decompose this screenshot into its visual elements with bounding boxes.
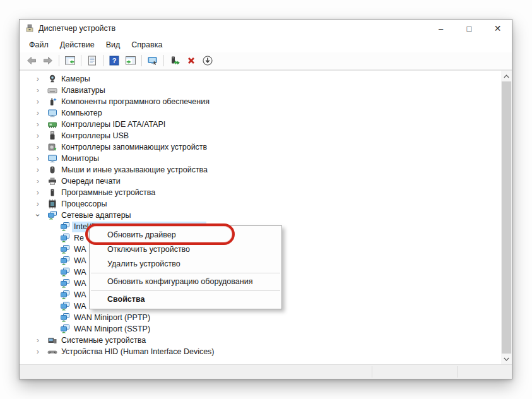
tree-item[interactable]: ›Мыши и иные указывающие устройства (20, 164, 501, 176)
window-title: Диспетчер устройств (38, 24, 115, 33)
context-menu-item-update-driver[interactable]: Обновить драйвер (90, 228, 281, 242)
close-button[interactable]: ✕ (483, 20, 512, 37)
monitor-icon (47, 153, 57, 164)
tree-item[interactable]: ›Контроллеры IDE ATA/ATAPI (20, 119, 501, 130)
toolbar-separator (103, 55, 103, 66)
tree-item[interactable]: ›Процессоры (20, 198, 501, 210)
context-menu-item-scan-hardware[interactable]: Обновить конфигурацию оборудования (90, 275, 281, 289)
tree-item[interactable]: ›Программные устройства (20, 187, 501, 198)
mouse-icon (47, 165, 57, 175)
chevron-collapsed-icon[interactable]: › (33, 130, 42, 141)
chevron-expanded-icon[interactable]: › (32, 211, 44, 220)
context-menu-item-uninstall-device[interactable]: Удалить устройство (90, 257, 281, 271)
chevron-collapsed-icon[interactable]: › (33, 198, 42, 210)
properties-icon[interactable] (84, 53, 100, 68)
chevron-collapsed-icon[interactable]: › (33, 85, 42, 96)
menu-action[interactable]: Действие (54, 39, 100, 51)
tree-item-label: WA (72, 290, 88, 301)
tree-item[interactable]: ›Клавиатуры (20, 85, 501, 96)
device-manager-window: Диспетчер устройств – □ ✕ ФайлДействиеВи… (19, 19, 512, 379)
tree-item[interactable]: ›Компоненты программного обеспечения (20, 96, 501, 107)
chevron-collapsed-icon[interactable]: › (33, 153, 42, 164)
usb-icon (47, 131, 57, 141)
tree-item[interactable]: ›Сетевые адаптеры (20, 210, 501, 221)
system-device-icon (47, 335, 57, 345)
chevron-collapsed-icon[interactable]: › (33, 164, 42, 176)
computer-icon (47, 108, 57, 118)
chevron-collapsed-icon[interactable]: › (33, 187, 42, 198)
tree-item[interactable]: WAN Miniport (PPTP) (20, 312, 501, 323)
tree-item[interactable]: ›Компьютер (20, 107, 501, 119)
tree-item-label: WA (72, 278, 88, 289)
network-adapter-icon (60, 256, 70, 266)
tree-item-label: Процессоры (59, 199, 109, 210)
uninstall-device-icon[interactable] (183, 53, 199, 68)
tree-item[interactable]: ›Контроллеры запоминающих устройств (20, 141, 501, 153)
network-adapter-icon (60, 233, 70, 243)
network-adapter-icon (60, 301, 70, 311)
context-menu: Обновить драйверОтключить устройствоУдал… (89, 225, 282, 309)
device-manager-app-icon (25, 23, 35, 33)
ide-controller-icon (47, 119, 57, 129)
maximize-button[interactable]: □ (455, 20, 483, 37)
software-device-icon (47, 188, 57, 198)
toolbar-separator (59, 55, 59, 66)
chevron-collapsed-icon[interactable]: › (33, 107, 42, 119)
network-adapter-icon (60, 244, 70, 254)
tree-item-label: Очереди печати (59, 176, 122, 187)
scroll-down-icon[interactable] (501, 354, 512, 364)
device-tree: ›Устройства HID (Human Interface Devices… (20, 70, 512, 364)
context-menu-separator (91, 290, 280, 291)
menu-help[interactable]: Справка (126, 39, 168, 51)
chevron-collapsed-icon[interactable]: › (33, 176, 42, 187)
remote-computer-icon[interactable] (145, 53, 161, 68)
tree-item-label: Мониторы (59, 153, 101, 164)
vertical-scrollbar[interactable] (501, 71, 512, 364)
hid-icon (47, 347, 57, 357)
chevron-collapsed-icon[interactable]: › (33, 346, 42, 357)
software-component-icon (47, 97, 57, 107)
menu-file[interactable]: Файл (23, 39, 54, 51)
minimize-button[interactable]: – (427, 20, 455, 37)
action-pane-icon[interactable] (122, 53, 139, 68)
tree-item[interactable]: ›Камеры (20, 73, 501, 85)
storage-controller-icon (47, 142, 57, 152)
title-bar[interactable]: Диспетчер устройств – □ ✕ (20, 20, 512, 37)
tree-item[interactable]: WAN Miniport (SSTP) (20, 323, 501, 335)
network-adapter-icon (60, 278, 70, 289)
menu-view[interactable]: Вид (100, 39, 126, 51)
scrollbar-thumb[interactable] (502, 81, 511, 354)
tree-item[interactable]: ›Системные устройства (20, 335, 501, 346)
console-tree-icon[interactable] (62, 53, 78, 68)
chevron-collapsed-icon[interactable]: › (33, 119, 42, 130)
network-adapter-icon (47, 210, 57, 220)
tree-item[interactable]: ›Очереди печати (20, 176, 501, 187)
tree-item-label: Контроллеры IDE ATA/ATAPI (59, 119, 167, 130)
update-driver-icon[interactable] (167, 53, 183, 68)
back-icon[interactable] (23, 53, 40, 68)
status-bar (20, 364, 512, 379)
chevron-collapsed-icon[interactable]: › (33, 96, 42, 107)
tree-item-label: Re (72, 233, 86, 244)
chevron-collapsed-icon[interactable]: › (33, 335, 42, 346)
help-icon[interactable]: ? (106, 53, 122, 68)
scroll-up-icon[interactable] (501, 71, 512, 81)
tree-item[interactable]: ›Мониторы (20, 153, 501, 164)
network-adapter-icon (60, 324, 70, 334)
tree-item[interactable]: ›Контроллеры USB (20, 130, 501, 141)
context-menu-item-disable-device[interactable]: Отключить устройство (90, 242, 281, 257)
tree-item-label: Контроллеры USB (59, 131, 131, 141)
camera-icon (47, 74, 57, 84)
network-adapter-icon (60, 290, 70, 300)
tree-item-label: Сетевые адаптеры (59, 210, 133, 221)
network-adapter-icon (60, 222, 70, 232)
tree-item[interactable]: ›Устройства HID (Human Interface Devices… (20, 346, 501, 357)
tree-item-label: Клавиатуры (59, 85, 107, 96)
chevron-collapsed-icon[interactable]: › (33, 141, 42, 153)
context-menu-item-properties[interactable]: Свойства (90, 292, 281, 307)
scan-hardware-icon[interactable] (199, 53, 216, 68)
menu-bar: ФайлДействиеВидСправка (20, 37, 512, 52)
network-adapter-icon (60, 267, 70, 277)
forward-icon[interactable] (40, 53, 56, 68)
chevron-collapsed-icon[interactable]: › (33, 73, 42, 85)
